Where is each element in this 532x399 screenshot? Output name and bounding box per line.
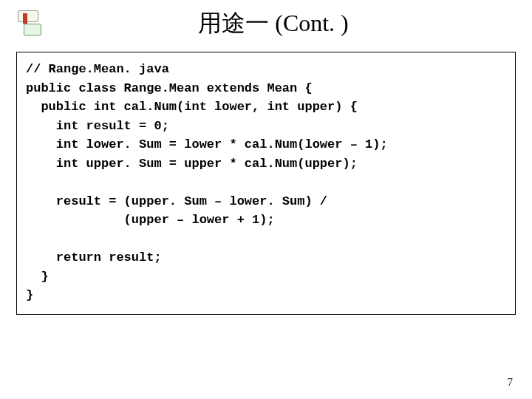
code-line: public class Range.Mean extends Mean { bbox=[26, 81, 313, 95]
code-line: int result = 0; bbox=[26, 119, 169, 133]
code-line: public int cal.Num(int lower, int upper)… bbox=[26, 100, 358, 114]
code-line: } bbox=[26, 270, 49, 284]
code-line: // Range.Mean. java bbox=[26, 62, 169, 76]
code-line: int upper. Sum = upper * cal.Num(upper); bbox=[26, 157, 358, 171]
page-number: 7 bbox=[508, 376, 514, 389]
code-line: return result; bbox=[26, 250, 162, 265]
code-line: } bbox=[26, 288, 33, 302]
code-line: (upper – lower + 1); bbox=[26, 213, 275, 227]
logo-icon bbox=[15, 9, 44, 38]
slide-header: 用途一 (Cont. ) bbox=[0, 0, 532, 46]
code-line: result = (upper. Sum – lower. Sum) / bbox=[26, 194, 327, 208]
code-line: int lower. Sum = lower * cal.Num(lower –… bbox=[26, 137, 388, 151]
slide-title: 用途一 (Cont. ) bbox=[59, 7, 488, 40]
code-block: // Range.Mean. java public class Range.M… bbox=[16, 52, 516, 315]
